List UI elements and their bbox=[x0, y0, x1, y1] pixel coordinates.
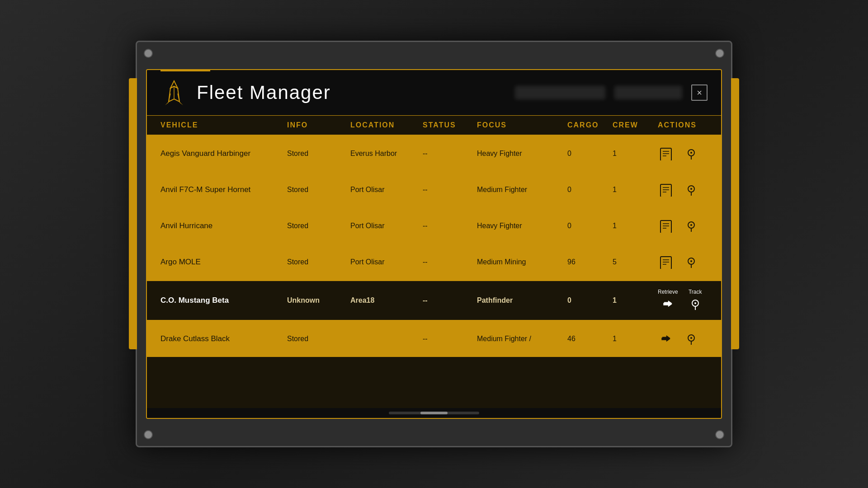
table-row[interactable]: Aegis Vanguard Harbinger Stored Everus H… bbox=[147, 136, 721, 172]
info-action-icon[interactable] bbox=[658, 218, 674, 234]
col-crew: CREW bbox=[613, 121, 658, 129]
cell-crew: 1 bbox=[613, 222, 658, 230]
bolt-top-left bbox=[144, 49, 153, 58]
cell-crew: 1 bbox=[613, 335, 658, 343]
scroll-thumb[interactable] bbox=[420, 412, 448, 414]
retrieve-button[interactable]: Retrieve bbox=[658, 289, 678, 312]
cell-cargo: 0 bbox=[567, 296, 613, 305]
cell-crew: 1 bbox=[613, 150, 658, 158]
cell-focus: Heavy Fighter bbox=[477, 150, 567, 158]
info-action-icon[interactable] bbox=[658, 254, 674, 270]
svg-rect-14 bbox=[660, 184, 671, 197]
cell-focus: Medium Fighter / bbox=[477, 335, 567, 343]
cell-actions bbox=[658, 218, 721, 234]
cell-cargo: 96 bbox=[567, 258, 613, 266]
track-action-icon[interactable] bbox=[683, 254, 699, 270]
cell-vehicle-name: C.O. Mustang Beta bbox=[160, 296, 287, 305]
svg-marker-3 bbox=[165, 102, 169, 105]
outer-frame: Fleet Manager × VEHICLE INFO LOCATION ST… bbox=[136, 41, 732, 447]
cell-actions bbox=[658, 331, 721, 347]
table-container: VEHICLE INFO LOCATION STATUS FOCUS CARGO… bbox=[147, 116, 721, 408]
cell-vehicle-name: Argo MOLE bbox=[160, 258, 287, 267]
cell-vehicle-name: Anvil F7C-M Super Hornet bbox=[160, 185, 287, 194]
bolt-top-right bbox=[715, 49, 724, 58]
col-status: STATUS bbox=[423, 121, 477, 129]
table-row[interactable]: Argo MOLE Stored Port Olisar -- Medium M… bbox=[147, 244, 721, 280]
svg-rect-28 bbox=[660, 257, 671, 269]
svg-point-34 bbox=[690, 260, 692, 262]
track-action-icon[interactable] bbox=[683, 145, 699, 162]
cell-info: Unknown bbox=[287, 296, 350, 305]
cell-info: Stored bbox=[287, 186, 350, 194]
panel-top-line bbox=[160, 70, 210, 71]
col-cargo: CARGO bbox=[567, 121, 613, 129]
cell-status: -- bbox=[423, 150, 477, 158]
main-panel: Fleet Manager × VEHICLE INFO LOCATION ST… bbox=[146, 69, 722, 419]
cell-focus: Heavy Fighter bbox=[477, 222, 567, 230]
bolt-bottom-right bbox=[715, 430, 724, 439]
retrieve-action-icon[interactable] bbox=[658, 331, 674, 347]
close-button[interactable]: × bbox=[691, 84, 708, 101]
info-action-icon[interactable] bbox=[658, 182, 674, 198]
col-actions: ACTIONS bbox=[658, 121, 721, 129]
svg-point-13 bbox=[690, 152, 692, 154]
header: Fleet Manager × bbox=[147, 70, 721, 116]
cell-cargo: 46 bbox=[567, 335, 613, 343]
cell-cargo: 0 bbox=[567, 186, 613, 194]
svg-point-40 bbox=[690, 337, 692, 339]
table-row[interactable]: Anvil F7C-M Super Hornet Stored Port Oli… bbox=[147, 172, 721, 208]
retrieve-label: Retrieve bbox=[658, 289, 678, 295]
cell-location: Port Olisar bbox=[350, 186, 423, 194]
col-location: LOCATION bbox=[350, 121, 423, 129]
scroll-bar[interactable] bbox=[389, 412, 479, 414]
cell-vehicle-name: Aegis Vanguard Harbinger bbox=[160, 149, 287, 158]
track-action-icon[interactable] bbox=[683, 218, 699, 234]
svg-point-37 bbox=[694, 302, 696, 304]
table-row-selected[interactable]: C.O. Mustang Beta Unknown Area18 -- Path… bbox=[147, 280, 721, 321]
cell-status: -- bbox=[423, 296, 477, 305]
col-focus: FOCUS bbox=[477, 121, 567, 129]
cell-location: Area18 bbox=[350, 296, 423, 305]
cell-crew: 5 bbox=[613, 258, 658, 266]
track-label: Track bbox=[689, 289, 702, 295]
cell-info: Stored bbox=[287, 335, 350, 343]
cell-info: Stored bbox=[287, 222, 350, 230]
header-blur-1 bbox=[515, 86, 605, 99]
cell-vehicle-name: Drake Cutlass Black bbox=[160, 334, 287, 343]
track-action-icon[interactable] bbox=[683, 182, 699, 198]
cell-actions bbox=[658, 145, 721, 162]
svg-rect-7 bbox=[660, 148, 671, 160]
track-action-icon[interactable] bbox=[683, 331, 699, 347]
track-button[interactable]: Track bbox=[687, 289, 703, 312]
cell-crew: 1 bbox=[613, 186, 658, 194]
cell-cargo: 0 bbox=[567, 222, 613, 230]
cell-status: -- bbox=[423, 222, 477, 230]
table-row[interactable]: Drake Cutlass Black Stored -- Medium Fig… bbox=[147, 321, 721, 357]
cell-location: Everus Harbor bbox=[350, 150, 423, 158]
cell-status: -- bbox=[423, 186, 477, 194]
cell-location: Port Olisar bbox=[350, 258, 423, 266]
table-body: Aegis Vanguard Harbinger Stored Everus H… bbox=[147, 136, 721, 408]
cell-status: -- bbox=[423, 258, 477, 266]
svg-rect-21 bbox=[660, 221, 671, 233]
svg-point-20 bbox=[690, 188, 692, 190]
header-right: × bbox=[515, 84, 708, 101]
bottom-bar bbox=[147, 408, 721, 418]
cell-actions: Retrieve Track bbox=[658, 289, 721, 312]
cell-focus: Pathfinder bbox=[477, 296, 567, 305]
info-action-icon[interactable] bbox=[658, 145, 674, 162]
logo-icon bbox=[160, 79, 188, 106]
cell-vehicle-name: Anvil Hurricane bbox=[160, 221, 287, 230]
bolt-bottom-left bbox=[144, 430, 153, 439]
app-title: Fleet Manager bbox=[197, 82, 331, 103]
cell-crew: 1 bbox=[613, 296, 658, 305]
cell-info: Stored bbox=[287, 258, 350, 266]
col-vehicle: VEHICLE bbox=[160, 121, 287, 129]
cell-cargo: 0 bbox=[567, 150, 613, 158]
table-row[interactable]: Anvil Hurricane Stored Port Olisar -- He… bbox=[147, 208, 721, 244]
cell-location: Port Olisar bbox=[350, 222, 423, 230]
column-headers: VEHICLE INFO LOCATION STATUS FOCUS CARGO… bbox=[147, 116, 721, 136]
cell-status: -- bbox=[423, 335, 477, 343]
cell-actions bbox=[658, 182, 721, 198]
header-left: Fleet Manager bbox=[160, 79, 331, 106]
